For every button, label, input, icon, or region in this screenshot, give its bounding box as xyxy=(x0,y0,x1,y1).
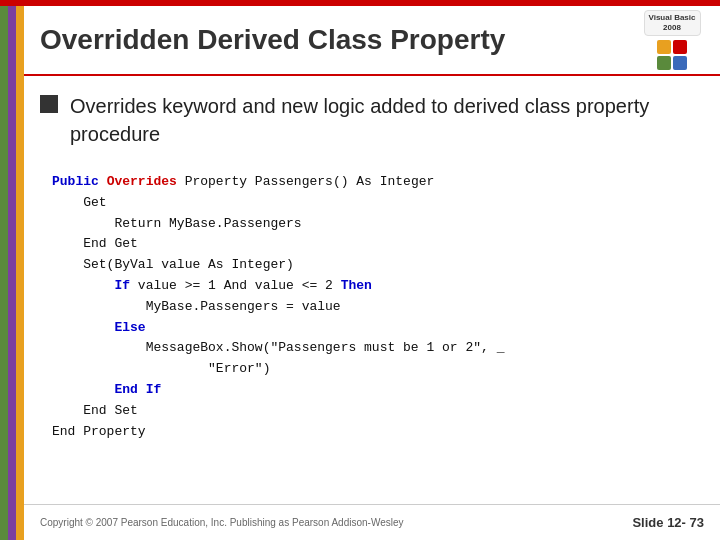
logo-block-4 xyxy=(673,56,687,70)
logo-block-3 xyxy=(657,56,671,70)
code-end-property: End Property xyxy=(52,424,146,439)
code-msgbox: MessageBox.Show("Passengers must be 1 or… xyxy=(146,340,505,355)
code-then: Then xyxy=(341,278,372,293)
code-end-if: End If xyxy=(114,382,161,397)
logo-badge: Visual Basic 2008 xyxy=(644,10,701,35)
content-area: Overrides keyword and new logic added to… xyxy=(24,76,720,500)
code-return: Return MyBase.Passengers xyxy=(114,216,301,231)
code-get: Get xyxy=(83,195,106,210)
code-block: Public Overrides Property Passengers() A… xyxy=(40,164,700,450)
code-end-get: End Get xyxy=(83,236,138,251)
code-condition: value >= 1 And value <= 2 xyxy=(138,278,333,293)
left-bar-green xyxy=(0,6,8,540)
code-assign: MyBase.Passengers = value xyxy=(146,299,341,314)
bullet-icon xyxy=(40,95,58,113)
code-end-set: End Set xyxy=(83,403,138,418)
footer-copyright: Copyright © 2007 Pearson Education, Inc.… xyxy=(40,517,404,528)
logo-area: Visual Basic 2008 xyxy=(632,10,712,70)
bullet-section: Overrides keyword and new logic added to… xyxy=(40,92,700,148)
code-keyword-public: Public xyxy=(52,174,99,189)
footer: Copyright © 2007 Pearson Education, Inc.… xyxy=(24,504,720,540)
bullet-text: Overrides keyword and new logic added to… xyxy=(70,92,700,148)
slide-title: Overridden Derived Class Property xyxy=(40,24,632,56)
left-bar-purple xyxy=(8,6,16,540)
code-else: Else xyxy=(114,320,145,335)
code-error: "Error") xyxy=(208,361,270,376)
code-line-1: Property Passengers() As Integer xyxy=(185,174,435,189)
logo-blocks xyxy=(657,40,687,70)
code-if: If xyxy=(114,278,130,293)
slide: Overridden Derived Class Property Visual… xyxy=(0,0,720,540)
header: Overridden Derived Class Property Visual… xyxy=(24,6,720,76)
code-set: Set(ByVal value As Integer) xyxy=(83,257,294,272)
logo-block-2 xyxy=(673,40,687,54)
left-bar-yellow xyxy=(16,6,24,540)
footer-slide-number: Slide 12- 73 xyxy=(632,515,704,530)
logo-block-1 xyxy=(657,40,671,54)
code-keyword-overrides: Overrides xyxy=(107,174,177,189)
